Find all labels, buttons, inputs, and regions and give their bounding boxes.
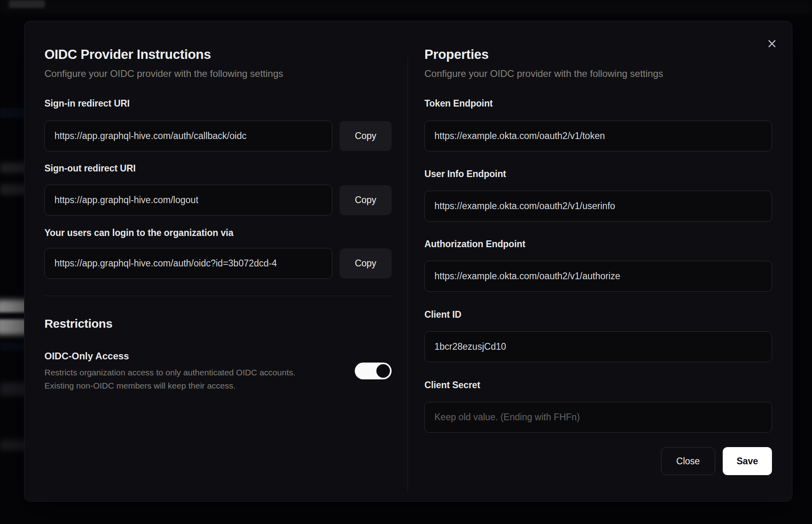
client-id-label: Client ID (424, 308, 772, 320)
login-url-input[interactable] (44, 248, 332, 279)
instructions-title: OIDC Provider Instructions (44, 46, 392, 62)
oidc-only-access-label: OIDC-Only Access (44, 350, 295, 362)
oidc-only-access-row: OIDC-Only Access Restricts organization … (44, 350, 392, 392)
oidc-only-access-description: Restricts organization access to only au… (44, 366, 295, 392)
properties-title: Properties (424, 46, 772, 62)
sign-in-redirect-input[interactable] (44, 121, 332, 151)
toggle-knob (376, 364, 390, 378)
user-info-endpoint-input[interactable] (424, 191, 772, 222)
instructions-column: OIDC Provider Instructions Configure you… (44, 46, 392, 501)
oidc-only-access-text: OIDC-Only Access Restricts organization … (44, 350, 295, 392)
column-divider (408, 58, 408, 493)
oidc-settings-modal: OIDC Provider Instructions Configure you… (24, 21, 792, 502)
sign-out-redirect-input[interactable] (44, 185, 332, 216)
client-secret-label: Client Secret (424, 379, 772, 391)
sign-out-redirect-row: Copy (44, 185, 392, 216)
modal-close-button[interactable] (762, 34, 782, 53)
close-button[interactable]: Close (661, 447, 715, 475)
oidc-only-access-toggle[interactable] (355, 363, 392, 379)
properties-column: Properties Configure your OIDC provider … (424, 46, 772, 501)
authorization-endpoint-label: Authorization Endpoint (424, 238, 772, 250)
sign-in-redirect-row: Copy (44, 121, 392, 151)
copy-button[interactable]: Copy (340, 248, 392, 278)
modal-footer-buttons: Close Save (424, 447, 772, 475)
login-url-row: Copy (44, 248, 392, 279)
token-endpoint-input[interactable] (424, 121, 772, 151)
section-divider (44, 296, 392, 296)
login-url-label: Your users can login to the organization… (44, 227, 392, 239)
copy-button[interactable]: Copy (340, 121, 392, 151)
description-line-2: Existing non-OIDC members will keep thei… (44, 381, 235, 390)
close-icon (766, 38, 778, 49)
sign-out-redirect-label: Sign-out redirect URI (44, 162, 392, 174)
user-info-endpoint-label: User Info Endpoint (424, 168, 772, 180)
token-endpoint-label: Token Endpoint (424, 97, 772, 109)
authorization-endpoint-input[interactable] (424, 261, 772, 292)
instructions-subtitle: Configure your OIDC provider with the fo… (44, 68, 392, 80)
description-line-1: Restricts organization access to only au… (44, 368, 295, 377)
background-topbar (0, 0, 812, 14)
restrictions-title: Restrictions (44, 316, 392, 332)
sign-in-redirect-label: Sign-in redirect URI (44, 97, 392, 109)
client-id-input[interactable] (424, 331, 772, 362)
client-secret-input[interactable] (424, 402, 772, 433)
copy-button[interactable]: Copy (340, 185, 392, 215)
properties-subtitle: Configure your OIDC provider with the fo… (424, 68, 772, 80)
background-button-blur (9, 0, 45, 8)
save-button[interactable]: Save (723, 447, 772, 475)
